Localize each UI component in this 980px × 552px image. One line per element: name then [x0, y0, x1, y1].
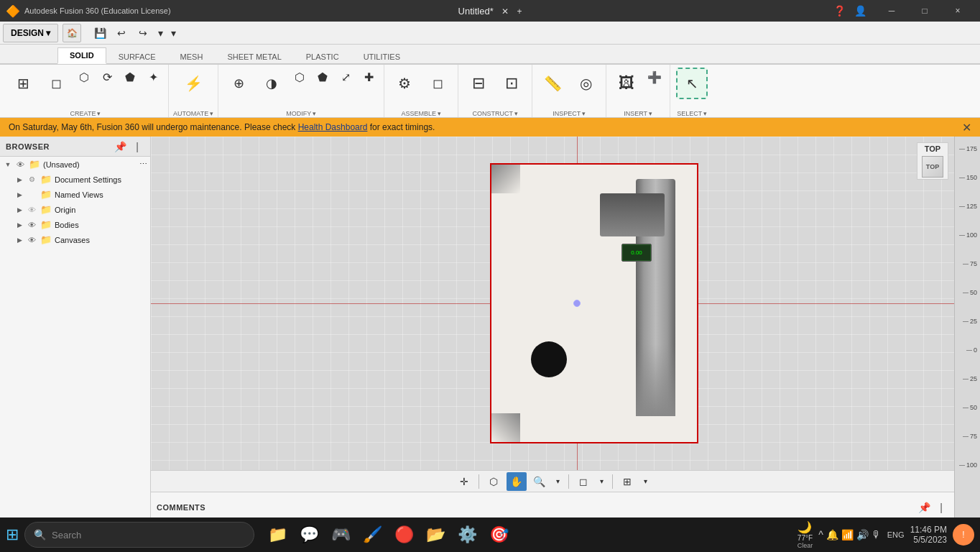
language-indicator[interactable]: ENG	[887, 530, 905, 539]
root-visibility-icon[interactable]: 👁	[14, 160, 26, 169]
named-views-arrow[interactable]: ▶	[14, 191, 24, 198]
bodies-visibility[interactable]: 👁	[26, 221, 37, 229]
tray-wifi-icon[interactable]: 📶	[841, 529, 854, 540]
display-mode-button[interactable]: ◻	[573, 472, 593, 491]
origin-arrow[interactable]: ▶	[14, 206, 24, 213]
display-mode-dropdown[interactable]: ▾	[596, 472, 608, 491]
insert-canvas-button[interactable]: 🖼	[611, 68, 642, 99]
design-mode-button[interactable]: DESIGN ▾	[3, 24, 58, 42]
taskbar-app-files[interactable]: 📁	[263, 520, 292, 549]
pan-tool-button[interactable]: ✋	[507, 472, 527, 491]
combine-button[interactable]: ✚	[358, 68, 379, 86]
orientation-cube[interactable]: TOP	[922, 156, 943, 178]
taskbar-app-design[interactable]: 🖌️	[358, 520, 387, 549]
close-button[interactable]: ×	[941, 0, 974, 22]
taskbar-app-game[interactable]: 🎮	[326, 520, 355, 549]
frame-button[interactable]: ⬡	[484, 472, 504, 491]
health-dashboard-link[interactable]: Health Dashboard	[298, 122, 368, 132]
taskbar-app-gear[interactable]: ⚙️	[453, 520, 481, 549]
taskbar-app-chat[interactable]: 💬	[295, 520, 323, 549]
fillet-button[interactable]: ◑	[256, 68, 287, 99]
press-pull-button[interactable]: ⊕	[223, 68, 254, 99]
new-component-button[interactable]: ⊞	[7, 68, 39, 99]
doc-settings-arrow[interactable]: ▶	[14, 176, 24, 183]
zoom-dropdown[interactable]: ▾	[553, 472, 564, 491]
bodies-arrow[interactable]: ▶	[14, 221, 24, 229]
loft-button[interactable]: ⬟	[119, 68, 141, 86]
sweep-button[interactable]: ⟳	[96, 68, 118, 86]
taskbar-clock[interactable]: 11:46 PM 5/5/2023	[910, 525, 947, 545]
select-button[interactable]: ↖	[676, 68, 708, 99]
revolve-button[interactable]: ⬡	[73, 68, 95, 86]
offset-plane-button[interactable]: ⊟	[463, 68, 494, 99]
tree-item-origin[interactable]: ▶ 👁 📁 Origin	[0, 202, 150, 217]
comments-collapse-button[interactable]: |	[934, 500, 948, 515]
zoom-button[interactable]: 🔍	[530, 472, 550, 491]
comments-pin-button[interactable]: 📌	[917, 500, 931, 515]
minimize-button[interactable]: ─	[875, 0, 908, 22]
close-tab-icon[interactable]: ✕	[501, 6, 509, 17]
joint-button[interactable]: ⚙	[389, 68, 420, 99]
undo-button[interactable]: ↩	[111, 24, 131, 42]
user-icon[interactable]: 👤	[854, 5, 866, 17]
grid-dropdown[interactable]: ▾	[640, 472, 652, 491]
shell-button[interactable]: ⬟	[312, 68, 333, 86]
create-label[interactable]: CREATE ▾	[70, 110, 101, 117]
tree-item-bodies[interactable]: ▶ 👁 📁 Bodies	[0, 217, 150, 232]
tree-item-named-views[interactable]: ▶ 📁 Named Views	[0, 187, 150, 202]
tab-mesh[interactable]: MESH	[168, 49, 216, 64]
taskbar-app-target[interactable]: 🎯	[484, 520, 513, 549]
taskbar-search[interactable]: 🔍 Search	[24, 522, 254, 548]
tree-root[interactable]: ▼ 👁 📁 (Unsaved) ⋯	[0, 157, 150, 172]
viewport[interactable]: 0.00 T	[151, 137, 954, 470]
move-tool-button[interactable]: ✛	[454, 472, 474, 491]
redo-dropdown[interactable]: ▾	[167, 24, 179, 42]
save-button[interactable]: 💾	[90, 24, 110, 42]
tray-mic-icon[interactable]: 🎙	[872, 529, 882, 540]
automate-button[interactable]: ⚡	[177, 68, 209, 99]
root-collapse-icon[interactable]: ▼	[3, 161, 13, 168]
taskbar-app-red[interactable]: 🔴	[389, 520, 418, 549]
interference-button[interactable]: ◎	[570, 68, 601, 99]
insert-more-button[interactable]: ➕	[644, 68, 665, 86]
grid-button[interactable]: ⊞	[617, 472, 637, 491]
canvases-visibility[interactable]: 👁	[26, 236, 37, 244]
notification-dot[interactable]: !	[953, 524, 974, 546]
automate-label[interactable]: AUTOMATE ▾	[173, 110, 213, 117]
canvas-image[interactable]: 0.00	[490, 163, 698, 443]
maximize-button[interactable]: □	[908, 0, 941, 22]
chamfer-button[interactable]: ⬡	[289, 68, 310, 86]
undo-dropdown[interactable]: ▾	[154, 24, 166, 42]
doc-settings-visibility[interactable]: ⚙	[26, 175, 37, 183]
tab-plastic[interactable]: PLASTIC	[294, 49, 351, 64]
tray-notification-icon[interactable]: 🔔	[826, 529, 838, 540]
joint-origin-button[interactable]: ◻	[422, 68, 453, 99]
midplane-button[interactable]: ⊡	[496, 68, 527, 99]
origin-visibility[interactable]: 👁	[26, 206, 37, 214]
canvases-arrow[interactable]: ▶	[14, 236, 24, 244]
tab-solid[interactable]: SOLID	[57, 47, 106, 64]
browser-collapse-button[interactable]: |	[130, 139, 144, 154]
modify-label[interactable]: MODIFY ▾	[286, 110, 316, 117]
tray-volume-icon[interactable]: 🔊	[856, 529, 869, 540]
notification-close-button[interactable]: ✕	[962, 121, 971, 134]
extrude-button[interactable]: ◻	[40, 68, 72, 99]
root-options-icon[interactable]: ⋯	[139, 160, 147, 169]
taskbar-app-folder[interactable]: 📂	[421, 520, 450, 549]
tray-up-arrow[interactable]: ^	[818, 529, 823, 540]
tab-utilities[interactable]: UTILITIES	[351, 49, 412, 64]
scale-button[interactable]: ⤢	[335, 68, 356, 86]
assemble-label[interactable]: ASSEMBLE ▾	[401, 110, 441, 117]
tree-item-document-settings[interactable]: ▶ ⚙ 📁 Document Settings	[0, 172, 150, 187]
insert-label[interactable]: INSERT ▾	[624, 110, 652, 117]
tree-item-canvases[interactable]: ▶ 👁 📁 Canvases	[0, 232, 150, 247]
construct-label[interactable]: CONSTRUCT ▾	[472, 110, 518, 117]
browser-pin-button[interactable]: 📌	[113, 139, 127, 154]
tab-surface[interactable]: SURFACE	[106, 49, 168, 64]
inspect-label[interactable]: INSPECT ▾	[553, 110, 586, 117]
home-button[interactable]: 🏠	[63, 24, 81, 42]
redo-button[interactable]: ↪	[133, 24, 153, 42]
measure-button[interactable]: 📏	[537, 68, 568, 99]
tab-sheet-metal[interactable]: SHEET METAL	[215, 49, 293, 64]
help-icon[interactable]: ❓	[833, 5, 846, 17]
